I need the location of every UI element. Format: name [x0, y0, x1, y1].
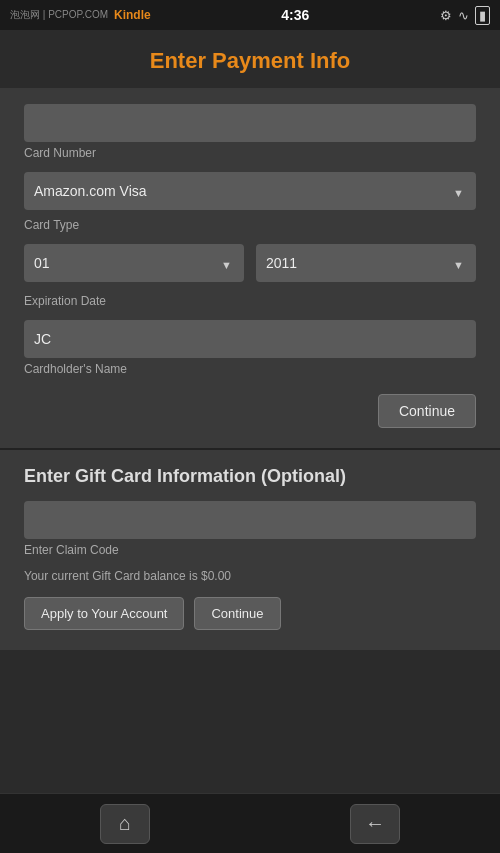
card-number-label: Card Number	[24, 146, 476, 160]
expiration-month-select[interactable]: 01020304 05060708 09101112	[24, 244, 244, 282]
payment-section: Card Number Amazon.com Visa Visa MasterC…	[0, 88, 500, 450]
cardholder-name-label: Cardholder's Name	[24, 362, 476, 376]
gift-card-actions: Apply to Your Account Continue	[24, 597, 476, 630]
gift-card-title: Enter Gift Card Information (Optional)	[24, 466, 476, 487]
card-type-select[interactable]: Amazon.com Visa Visa MasterCard American…	[24, 172, 476, 210]
expiration-year-wrapper: 2011201220132014 2015201620172018 201920…	[256, 244, 476, 286]
bottom-nav-bar: ⌂ ←	[0, 793, 500, 853]
card-number-input[interactable]	[24, 104, 476, 142]
gift-balance-text: Your current Gift Card balance is $0.00	[24, 569, 476, 583]
status-bar: 泡泡网 | PCPOP.COM Kindle 4:36 ⚙ ∿ ▮	[0, 0, 500, 30]
gear-icon: ⚙	[440, 8, 452, 23]
payment-actions: Continue	[24, 388, 476, 428]
expiration-month-wrapper: 01020304 05060708 09101112	[24, 244, 244, 286]
wifi-icon: ∿	[458, 8, 469, 23]
claim-code-input[interactable]	[24, 501, 476, 539]
app-name: Kindle	[114, 8, 151, 22]
payment-continue-button[interactable]: Continue	[378, 394, 476, 428]
apply-to-account-button[interactable]: Apply to Your Account	[24, 597, 184, 630]
page-title: Enter Payment Info	[0, 30, 500, 88]
expiration-date-label: Expiration Date	[24, 294, 476, 308]
status-bar-left: 泡泡网 | PCPOP.COM Kindle	[10, 8, 151, 22]
back-button[interactable]: ←	[350, 804, 400, 844]
gift-continue-button[interactable]: Continue	[194, 597, 280, 630]
expiration-year-select[interactable]: 2011201220132014 2015201620172018 201920…	[256, 244, 476, 282]
home-icon: ⌂	[119, 812, 131, 835]
status-bar-time: 4:36	[281, 7, 309, 23]
expiration-row: 01020304 05060708 09101112 2011201220132…	[24, 244, 476, 290]
claim-code-label: Enter Claim Code	[24, 543, 476, 557]
home-button[interactable]: ⌂	[100, 804, 150, 844]
card-type-wrapper: Amazon.com Visa Visa MasterCard American…	[24, 172, 476, 214]
battery-icon: ▮	[475, 6, 490, 25]
status-bar-icons: ⚙ ∿ ▮	[440, 6, 490, 25]
gift-card-section: Enter Gift Card Information (Optional) E…	[0, 450, 500, 650]
back-icon: ←	[365, 812, 385, 835]
card-type-label: Card Type	[24, 218, 476, 232]
main-content: Enter Payment Info Card Number Amazon.co…	[0, 30, 500, 793]
cardholder-name-input[interactable]	[24, 320, 476, 358]
watermark-text: 泡泡网 | PCPOP.COM	[10, 8, 108, 22]
